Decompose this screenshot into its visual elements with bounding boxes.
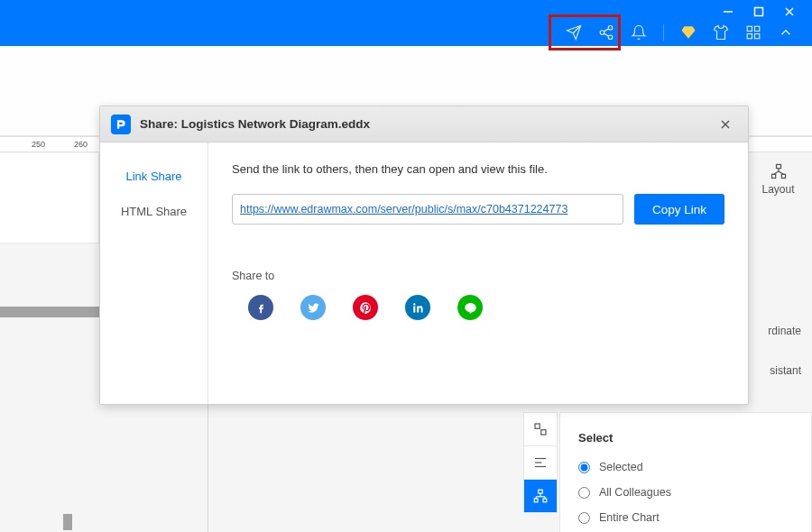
radio-label: Entire Chart [599, 511, 660, 524]
scrollbar[interactable] [0, 307, 99, 317]
ruler-mark: 250 [32, 140, 45, 149]
svg-rect-11 [747, 34, 752, 39]
svg-point-4 [608, 26, 613, 31]
tab-link-share[interactable]: Link Share [100, 159, 208, 194]
svg-rect-19 [535, 424, 540, 428]
link-row: Copy Link [232, 194, 724, 225]
dialog-body: Link Share HTML Share Send the link to o… [100, 142, 748, 404]
close-button[interactable] [783, 5, 796, 18]
coordinate-label: rdinate [744, 325, 812, 337]
radio-all-colleagues[interactable]: All Colleagues [578, 486, 795, 499]
dialog-header: Share: Logistics Network Diagram.eddx [100, 106, 748, 142]
svg-line-8 [604, 33, 608, 36]
twitter-icon[interactable] [300, 295, 326, 320]
svg-rect-15 [781, 174, 785, 178]
grid-icon[interactable] [745, 24, 761, 41]
tab-html-share[interactable]: HTML Share [100, 194, 208, 229]
svg-rect-20 [541, 430, 546, 435]
svg-rect-14 [771, 174, 775, 178]
radio-input[interactable] [578, 462, 590, 473]
svg-point-6 [608, 35, 613, 40]
copy-link-button[interactable]: Copy Link [634, 194, 724, 225]
dialog-main: Send the link to others, then they can o… [208, 142, 748, 404]
radio-label: All Colleagues [599, 486, 671, 499]
divider [663, 24, 664, 41]
layout-label: Layout [761, 183, 794, 196]
select-panel: Select Selected All Colleagues Entire Ch… [559, 412, 812, 532]
side-tool-1[interactable] [523, 412, 558, 446]
share-icon[interactable] [598, 24, 614, 41]
left-panel [0, 153, 99, 243]
svg-rect-25 [534, 499, 538, 502]
svg-rect-12 [755, 34, 760, 39]
share-dialog: Share: Logistics Network Diagram.eddx Li… [99, 105, 749, 405]
shirt-icon[interactable] [713, 24, 729, 41]
radio-label: Selected [599, 461, 643, 473]
select-panel-title: Select [578, 431, 795, 445]
svg-rect-24 [539, 490, 543, 493]
share-to-label: Share to [232, 270, 724, 282]
header-icons [566, 24, 794, 41]
pinterest-icon[interactable] [353, 295, 378, 320]
right-toolbar: Layout [744, 153, 812, 205]
svg-point-5 [600, 31, 604, 35]
diamond-icon[interactable] [680, 24, 697, 41]
side-toolbar [523, 412, 558, 512]
radio-entire-chart[interactable]: Entire Chart [578, 511, 795, 524]
radio-input[interactable] [578, 487, 590, 499]
window-controls [722, 0, 812, 18]
close-icon[interactable] [714, 113, 737, 136]
svg-rect-26 [543, 499, 547, 502]
dialog-description: Send the link to others, then they can o… [232, 162, 724, 176]
ruler-mark: 260 [74, 140, 88, 149]
dialog-sidebar: Link Share HTML Share [100, 142, 208, 404]
chevron-up-icon[interactable] [778, 24, 794, 41]
side-tool-2[interactable] [523, 445, 558, 480]
radio-selected[interactable]: Selected [578, 461, 795, 473]
radio-input[interactable] [578, 512, 590, 524]
minimize-button[interactable] [722, 5, 734, 18]
bell-icon[interactable] [631, 24, 647, 41]
maximize-button[interactable] [752, 5, 765, 18]
send-icon[interactable] [566, 24, 582, 41]
scrollbar-handle[interactable] [63, 514, 72, 530]
facebook-icon[interactable] [248, 295, 273, 320]
dialog-title: Share: Logistics Network Diagram.eddx [140, 117, 370, 131]
layout-button[interactable]: Layout [744, 162, 812, 196]
titlebar [0, 0, 812, 46]
svg-rect-9 [747, 26, 752, 31]
right-truncated-labels: rdinate sistant [744, 298, 812, 404]
linkedin-icon[interactable] [405, 295, 430, 320]
svg-rect-10 [755, 26, 760, 31]
app-icon [111, 115, 131, 134]
line-icon[interactable] [457, 295, 483, 320]
svg-rect-13 [776, 165, 780, 169]
svg-rect-1 [755, 8, 763, 16]
side-tool-org[interactable] [523, 479, 558, 513]
social-row [232, 295, 724, 320]
assistant-label: sistant [744, 364, 812, 377]
svg-line-7 [604, 29, 608, 32]
share-url-input[interactable] [232, 194, 623, 225]
